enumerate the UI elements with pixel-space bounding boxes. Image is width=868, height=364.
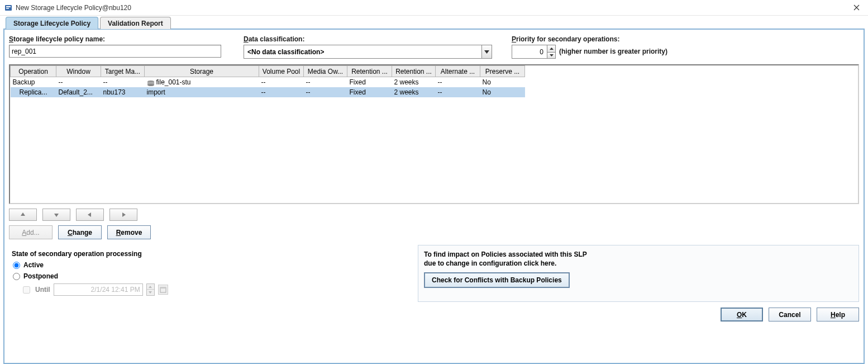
spinner-down-icon[interactable] (547, 52, 555, 59)
secondary-state-panel: State of secondary operation processing … (9, 245, 411, 302)
radio-active-input[interactable] (13, 262, 20, 269)
data-class-combo[interactable]: <No data classification> (244, 45, 492, 59)
radio-postponed-input[interactable] (13, 273, 20, 280)
until-down-icon (147, 290, 154, 295)
check-conflicts-button[interactable]: Check for Conflicts with Backup Policies (424, 272, 570, 288)
title-bar: New Storage Lifecycle Policy@nbu120 (0, 0, 868, 16)
table-cell: -- (101, 77, 145, 87)
dialog-footer: OK Cancel Help (9, 308, 859, 322)
move-right-button[interactable] (109, 209, 137, 221)
table-cell: nbu173 (101, 87, 145, 97)
table-cell: No (480, 87, 525, 97)
move-left-button[interactable] (76, 209, 104, 221)
dialog-content: Storage Lifecycle Policy Validation Repo… (3, 16, 865, 364)
column-header[interactable]: Target Ma... (101, 66, 145, 77)
table-cell: -- (56, 77, 101, 87)
table-cell: Replica... (11, 87, 56, 97)
close-button[interactable] (848, 2, 865, 14)
table-cell: 2 weeks (392, 87, 436, 97)
column-header[interactable]: Retention ... (347, 66, 392, 77)
until-checkbox (23, 286, 30, 294)
column-header[interactable]: Alternate ... (436, 66, 480, 77)
chevron-down-icon[interactable] (481, 45, 492, 58)
table-cell: Backup (11, 77, 56, 87)
until-spinner (146, 283, 155, 296)
impact-panel: To find impact on Policies associated wi… (418, 245, 859, 302)
until-datetime: 2/1/24 12:41 PM (54, 283, 143, 296)
priority-hint: (higher number is greater priority) (559, 45, 667, 59)
reorder-button-bar (9, 209, 859, 221)
priority-label: Priority for secondary operations: (512, 35, 859, 43)
table-cell: -- (259, 77, 304, 87)
table-cell: -- (259, 87, 304, 97)
priority-input[interactable] (512, 45, 547, 58)
tab-validation-report[interactable]: Validation Report (100, 17, 171, 29)
svg-point-5 (147, 84, 154, 86)
svg-rect-7 (160, 287, 166, 289)
table-cell: Fixed (347, 87, 392, 97)
remove-button[interactable]: Remove (107, 225, 151, 239)
secondary-state-header: State of secondary operation processing (12, 250, 405, 258)
change-button[interactable]: Change (58, 225, 102, 239)
tab-bar: Storage Lifecycle Policy Validation Repo… (3, 16, 865, 29)
data-class-value: <No data classification> (244, 48, 481, 56)
table-cell: Default_2... (56, 87, 101, 97)
operations-table[interactable]: OperationWindowTarget Ma...StorageVolume… (9, 64, 859, 204)
radio-active-label: Active (23, 261, 44, 269)
svg-rect-2 (6, 8, 9, 9)
table-cell: No (480, 77, 525, 87)
dialog-window: New Storage Lifecycle Policy@nbu120 Stor… (0, 0, 868, 364)
table-cell: -- (436, 87, 480, 97)
name-label: Storage lifecycle policy name: (9, 35, 232, 43)
impact-line-1: To find impact on Policies associated wi… (424, 250, 587, 258)
priority-spinner[interactable] (512, 45, 556, 59)
table-cell: file_001-stu (145, 77, 259, 87)
column-header[interactable]: Retention ... (392, 66, 436, 77)
until-up-icon (147, 284, 154, 290)
spinner-up-icon[interactable] (547, 45, 555, 52)
radio-postponed-label: Postponed (23, 272, 58, 280)
move-down-button[interactable] (42, 209, 70, 221)
until-label: Until (35, 286, 50, 294)
column-header[interactable]: Volume Pool (259, 66, 304, 77)
radio-active[interactable]: Active (13, 261, 405, 269)
column-header[interactable]: Preserve ... (480, 66, 525, 77)
table-row[interactable]: Backup----file_001-stu----Fixed2 weeks--… (11, 77, 525, 87)
table-cell: 2 weeks (392, 77, 436, 87)
table-cell: -- (304, 87, 347, 97)
move-up-button[interactable] (9, 209, 37, 221)
window-title: New Storage Lifecycle Policy@nbu120 (16, 4, 131, 12)
table-row[interactable]: Replica...Default_2...nbu173import----Fi… (11, 87, 525, 97)
add-button[interactable]: Add... (9, 225, 53, 239)
svg-rect-1 (6, 6, 11, 7)
calendar-icon (158, 285, 168, 295)
radio-postponed[interactable]: Postponed (13, 272, 405, 280)
tab-panel: Storage lifecycle policy name: Data clas… (3, 29, 865, 364)
cancel-button[interactable]: Cancel (769, 308, 811, 322)
table-cell: Fixed (347, 77, 392, 87)
tab-storage-lifecycle-policy[interactable]: Storage Lifecycle Policy (6, 17, 98, 29)
column-header[interactable]: Storage (145, 66, 259, 77)
table-cell: import (145, 87, 259, 97)
table-cell: -- (436, 77, 480, 87)
impact-line-2: due to change in configuration click her… (424, 259, 556, 267)
storage-icon (147, 80, 155, 86)
column-header[interactable]: Operation (11, 66, 56, 77)
help-button[interactable]: Help (817, 308, 859, 322)
table-cell: -- (304, 77, 347, 87)
name-input[interactable] (9, 45, 221, 58)
column-header[interactable]: Window (56, 66, 101, 77)
ok-button[interactable]: OK (721, 308, 763, 322)
app-icon (4, 4, 12, 12)
data-class-label: Data classification: (244, 35, 500, 43)
column-header[interactable]: Media Ow... (304, 66, 347, 77)
